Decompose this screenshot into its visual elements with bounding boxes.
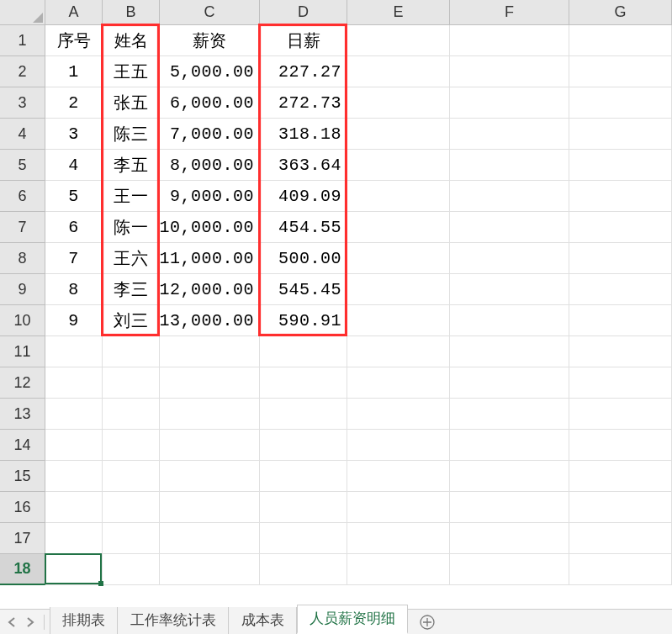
cell-F10[interactable]: [450, 305, 569, 336]
cell-B1[interactable]: 姓名: [103, 25, 160, 56]
row-header-10[interactable]: 10: [0, 305, 45, 336]
cell-D10[interactable]: 590.91: [260, 305, 347, 336]
row-header-4[interactable]: 4: [0, 119, 45, 150]
cell-A6[interactable]: 5: [45, 181, 103, 212]
cell-D13[interactable]: [260, 399, 347, 430]
cell-E4[interactable]: [347, 119, 450, 150]
cell-F6[interactable]: [450, 181, 569, 212]
column-header-F[interactable]: F: [450, 0, 569, 25]
cell-A1[interactable]: 序号: [45, 25, 103, 56]
cell-D15[interactable]: [260, 461, 347, 492]
cell-A2[interactable]: 1: [45, 56, 103, 87]
cell-C1[interactable]: 薪资: [160, 25, 260, 56]
cell-E16[interactable]: [347, 492, 450, 523]
sheet-tab-2[interactable]: 成本表: [229, 607, 297, 634]
cell-C18[interactable]: [160, 554, 260, 585]
cell-B13[interactable]: [103, 399, 160, 430]
cell-C9[interactable]: 12,000.00: [160, 274, 260, 305]
cell-B14[interactable]: [103, 430, 160, 461]
cell-E9[interactable]: [347, 274, 450, 305]
cell-C16[interactable]: [160, 492, 260, 523]
row-header-16[interactable]: 16: [0, 492, 45, 523]
cell-F8[interactable]: [450, 243, 569, 274]
cell-D6[interactable]: 409.09: [260, 181, 347, 212]
cell-C3[interactable]: 6,000.00: [160, 87, 260, 119]
cell-E1[interactable]: [347, 25, 450, 56]
cell-G6[interactable]: [569, 181, 672, 212]
cell-F3[interactable]: [450, 87, 569, 119]
column-header-E[interactable]: E: [347, 0, 450, 25]
column-header-G[interactable]: G: [569, 0, 672, 25]
cell-B3[interactable]: 张五: [103, 87, 160, 119]
cell-D12[interactable]: [260, 367, 347, 399]
cell-G2[interactable]: [569, 56, 672, 87]
cell-G13[interactable]: [569, 399, 672, 430]
cell-A4[interactable]: 3: [45, 119, 103, 150]
cell-G10[interactable]: [569, 305, 672, 336]
cell-A11[interactable]: [45, 336, 103, 367]
row-header-14[interactable]: 14: [0, 430, 45, 461]
sheet-tab-3[interactable]: 人员薪资明细: [297, 605, 408, 634]
spreadsheet-grid[interactable]: ABCDEFG 123456789101112131415161718 序号姓名…: [0, 0, 672, 609]
cell-A12[interactable]: [45, 367, 103, 399]
cell-B4[interactable]: 陈三: [103, 119, 160, 150]
cell-C8[interactable]: 11,000.00: [160, 243, 260, 274]
cell-E10[interactable]: [347, 305, 450, 336]
cell-B6[interactable]: 王一: [103, 181, 160, 212]
cell-A10[interactable]: 9: [45, 305, 103, 336]
cell-F5[interactable]: [450, 150, 569, 181]
cell-E3[interactable]: [347, 87, 450, 119]
row-header-5[interactable]: 5: [0, 150, 45, 181]
row-header-13[interactable]: 13: [0, 399, 45, 430]
cell-C11[interactable]: [160, 336, 260, 367]
cell-A3[interactable]: 2: [45, 87, 103, 119]
row-header-15[interactable]: 15: [0, 461, 45, 492]
cell-F11[interactable]: [450, 336, 569, 367]
cell-G3[interactable]: [569, 87, 672, 119]
cell-C13[interactable]: [160, 399, 260, 430]
cell-C5[interactable]: 8,000.00: [160, 150, 260, 181]
cell-C6[interactable]: 9,000.00: [160, 181, 260, 212]
cell-F13[interactable]: [450, 399, 569, 430]
cell-B17[interactable]: [103, 523, 160, 554]
column-header-B[interactable]: B: [103, 0, 160, 25]
cell-C10[interactable]: 13,000.00: [160, 305, 260, 336]
cell-B2[interactable]: 王五: [103, 56, 160, 87]
cell-F12[interactable]: [450, 367, 569, 399]
cell-C17[interactable]: [160, 523, 260, 554]
cell-D5[interactable]: 363.64: [260, 150, 347, 181]
cell-B15[interactable]: [103, 461, 160, 492]
tab-nav-next[interactable]: [24, 616, 37, 629]
column-header-A[interactable]: A: [45, 0, 103, 25]
cell-B18[interactable]: [103, 554, 160, 585]
cell-B10[interactable]: 刘三: [103, 305, 160, 336]
cell-D17[interactable]: [260, 523, 347, 554]
row-header-18[interactable]: 18: [0, 554, 45, 585]
cell-D4[interactable]: 318.18: [260, 119, 347, 150]
cell-E12[interactable]: [347, 367, 450, 399]
row-header-17[interactable]: 17: [0, 523, 45, 554]
cell-G4[interactable]: [569, 119, 672, 150]
sheet-tab-0[interactable]: 排期表: [50, 607, 118, 634]
tab-nav-prev[interactable]: [5, 616, 19, 629]
cell-C2[interactable]: 5,000.00: [160, 56, 260, 87]
cell-B12[interactable]: [103, 367, 160, 399]
cell-G7[interactable]: [569, 212, 672, 243]
cell-A17[interactable]: [45, 523, 103, 554]
row-header-1[interactable]: 1: [0, 25, 45, 56]
column-header-C[interactable]: C: [160, 0, 260, 25]
cell-F7[interactable]: [450, 212, 569, 243]
cell-B9[interactable]: 李三: [103, 274, 160, 305]
add-sheet-button[interactable]: [413, 610, 442, 634]
cell-B5[interactable]: 李五: [103, 150, 160, 181]
cell-F1[interactable]: [450, 25, 569, 56]
cell-G1[interactable]: [569, 25, 672, 56]
cell-B16[interactable]: [103, 492, 160, 523]
cell-F17[interactable]: [450, 523, 569, 554]
cell-C7[interactable]: 10,000.00: [160, 212, 260, 243]
row-header-6[interactable]: 6: [0, 181, 45, 212]
cell-E5[interactable]: [347, 150, 450, 181]
cell-A7[interactable]: 6: [45, 212, 103, 243]
row-header-9[interactable]: 9: [0, 274, 45, 305]
cell-A13[interactable]: [45, 399, 103, 430]
